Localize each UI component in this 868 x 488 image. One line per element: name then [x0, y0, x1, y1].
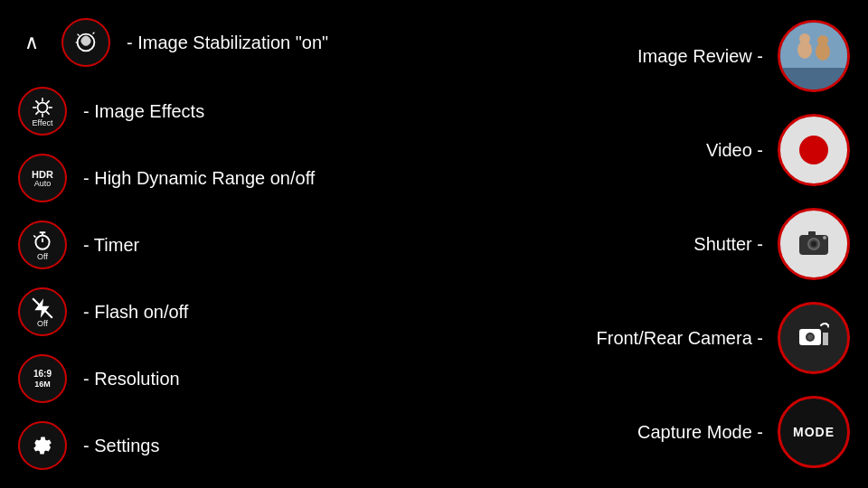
svg-point-23: [799, 33, 810, 44]
timer-label: Off: [37, 253, 48, 261]
svg-line-2: [93, 33, 95, 34]
right-controls: Image Review - Video -: [452, 0, 868, 488]
resolution-icon-content: 16:9 16M: [33, 368, 52, 390]
svg-line-12: [35, 111, 38, 114]
video-label: Video -: [706, 140, 763, 161]
svg-line-1: [78, 34, 80, 36]
svg-line-10: [46, 111, 49, 114]
video-button[interactable]: [778, 114, 850, 186]
effects-icon-label: Effect: [33, 119, 53, 127]
stabilization-icon[interactable]: [61, 18, 110, 67]
svg-line-9: [35, 100, 38, 103]
camera-flip-icon: [797, 320, 830, 356]
stabilization-row: ∧ - Image Stabilization "on": [18, 18, 434, 67]
timer-icon[interactable]: Off: [18, 221, 67, 269]
hdr-top-label: HDR: [32, 169, 53, 180]
settings-icon[interactable]: [18, 421, 67, 470]
image-review-button[interactable]: [778, 20, 850, 92]
stabilization-label: - Image Stabilization "on": [127, 33, 328, 53]
left-menu: ∧ - Image Stabilization "on": [0, 0, 452, 488]
settings-row: - Settings: [18, 421, 434, 470]
shutter-label: Shutter -: [693, 234, 763, 255]
svg-rect-20: [780, 68, 847, 89]
settings-label: - Settings: [83, 436, 159, 456]
svg-rect-29: [808, 231, 816, 236]
resolution-label: - Resolution: [83, 369, 180, 389]
capture-mode-row: Capture Mode - MODE: [461, 396, 850, 468]
image-review-row: Image Review -: [461, 20, 850, 92]
hdr-row: HDR Auto - High Dynamic Range on/off: [18, 154, 434, 202]
camera-ui: ∧ - Image Stabilization "on": [0, 0, 868, 488]
video-row: Video -: [461, 114, 850, 186]
svg-rect-19: [780, 23, 847, 68]
flash-label: Off: [37, 320, 48, 328]
effects-row: Effect - Image Effects: [18, 87, 434, 136]
hdr-icon[interactable]: HDR Auto: [18, 154, 67, 202]
front-rear-label: Front/Rear Camera -: [597, 328, 764, 349]
flash-icon[interactable]: Off: [18, 287, 67, 336]
resolution-row: 16:9 16M - Resolution: [18, 354, 434, 403]
svg-point-30: [823, 236, 826, 239]
svg-point-24: [817, 35, 828, 46]
mode-button-text: MODE: [793, 425, 835, 439]
hdr-bottom-label: Auto: [34, 180, 52, 188]
effects-label: - Image Effects: [83, 101, 204, 122]
shutter-camera-icon: [796, 224, 832, 264]
capture-mode-label: Capture Mode -: [637, 422, 763, 443]
video-record-dot: [799, 136, 828, 164]
resolution-icon[interactable]: 16:9 16M: [18, 354, 67, 403]
timer-menu-label: - Timer: [83, 235, 139, 256]
effects-icon[interactable]: Effect: [18, 87, 67, 136]
image-review-label: Image Review -: [637, 46, 763, 67]
svg-point-28: [811, 241, 816, 247]
front-rear-row: Front/Rear Camera -: [461, 302, 850, 374]
capture-mode-button[interactable]: MODE: [778, 396, 850, 468]
svg-point-33: [807, 334, 813, 340]
shutter-button[interactable]: [778, 208, 850, 280]
timer-row: Off - Timer: [18, 221, 434, 269]
collapse-button[interactable]: ∧: [18, 29, 45, 56]
flash-row: Off - Flash on/off: [18, 287, 434, 336]
camera-flip-button[interactable]: [778, 302, 850, 374]
flash-menu-label: - Flash on/off: [83, 302, 188, 323]
svg-line-11: [46, 100, 49, 103]
shutter-row: Shutter -: [461, 208, 850, 280]
svg-point-4: [38, 102, 48, 112]
hdr-label: - High Dynamic Range on/off: [83, 168, 315, 189]
